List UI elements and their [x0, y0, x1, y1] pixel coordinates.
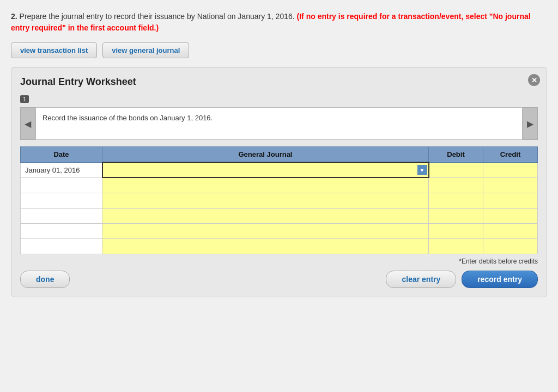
instruction-number: 2. [11, 12, 17, 21]
credit-cell[interactable] [483, 238, 538, 254]
date-cell [21, 177, 102, 193]
next-arrow-button[interactable]: ▶ [523, 107, 538, 140]
right-buttons: clear entry record entry [386, 271, 538, 288]
record-entry-button[interactable]: record entry [462, 271, 538, 288]
debit-cell[interactable] [429, 193, 483, 208]
general-journal-cell[interactable] [102, 223, 429, 238]
bottom-button-bar: done clear entry record entry [20, 271, 538, 288]
journal-entry-worksheet: Journal Entry Worksheet ✕ 1 ◀ Record the… [11, 67, 547, 297]
header-debit: Debit [429, 147, 483, 163]
gj-dropdown-button[interactable]: ▼ [417, 165, 427, 175]
debit-cell[interactable] [429, 208, 483, 223]
table-row [21, 208, 538, 223]
credit-cell[interactable] [483, 208, 538, 223]
prev-arrow-button[interactable]: ◀ [20, 107, 35, 140]
top-button-bar: view transaction list view general journ… [11, 42, 547, 58]
view-transaction-list-button[interactable]: view transaction list [11, 42, 97, 58]
worksheet-title: Journal Entry Worksheet [20, 76, 538, 88]
step-number-badge: 1 [20, 95, 29, 103]
close-button[interactable]: ✕ [528, 74, 540, 86]
clear-entry-button[interactable]: clear entry [386, 271, 456, 288]
general-journal-cell[interactable] [102, 208, 429, 223]
gj-input[interactable] [103, 164, 428, 176]
description-text: Record the issuance of the bonds on Janu… [35, 107, 523, 140]
header-credit: Credit [483, 147, 538, 163]
date-cell: January 01, 2016 [21, 162, 102, 177]
table-row [21, 238, 538, 254]
general-journal-cell[interactable] [102, 177, 429, 193]
done-button[interactable]: done [20, 271, 70, 288]
date-cell [21, 208, 102, 223]
credit-cell[interactable] [483, 223, 538, 238]
journal-table: Date General Journal Debit Credit Januar… [20, 146, 538, 254]
date-cell [21, 223, 102, 238]
date-cell [21, 238, 102, 254]
table-row [21, 193, 538, 208]
header-general-journal: General Journal [102, 147, 429, 163]
instruction-text: 2. Prepare the journal entry to record t… [11, 11, 547, 34]
general-journal-cell[interactable] [102, 238, 429, 254]
table-row: January 01, 2016▼ [21, 162, 538, 177]
debit-cell[interactable] [429, 177, 483, 193]
table-row [21, 223, 538, 238]
date-cell [21, 193, 102, 208]
general-journal-cell[interactable]: ▼ [102, 162, 429, 177]
hint-text: *Enter debits before credits [20, 258, 538, 265]
instruction-body: Prepare the journal entry to record thei… [20, 12, 295, 21]
debit-cell[interactable] [429, 223, 483, 238]
credit-cell[interactable] [483, 193, 538, 208]
debit-cell[interactable] [429, 162, 483, 177]
credit-cell[interactable] [483, 177, 538, 193]
view-general-journal-button[interactable]: view general journal [102, 42, 189, 58]
general-journal-cell[interactable] [102, 193, 429, 208]
credit-cell[interactable] [483, 162, 538, 177]
description-box: ◀ Record the issuance of the bonds on Ja… [20, 107, 538, 140]
debit-cell[interactable] [429, 238, 483, 254]
header-date: Date [21, 147, 102, 163]
table-row [21, 177, 538, 193]
